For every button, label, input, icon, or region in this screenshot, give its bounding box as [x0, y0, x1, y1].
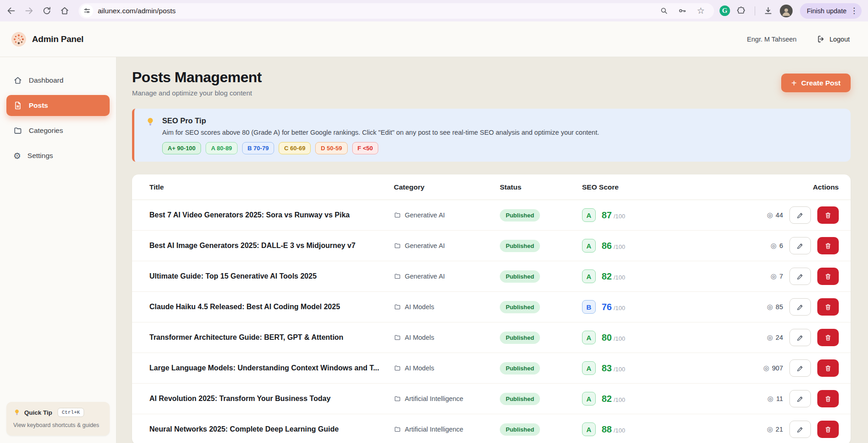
edit-button[interactable] — [789, 206, 811, 224]
post-actions-cell: ◎ 11 — [733, 390, 839, 407]
post-title: Neural Networks 2025: Complete Deep Lear… — [149, 425, 394, 433]
score-grade-badge: A — [582, 422, 596, 436]
trash-icon — [824, 395, 832, 403]
pencil-icon — [796, 211, 804, 219]
forward-icon[interactable] — [21, 2, 37, 19]
table-row: Best 7 AI Video Generators 2025: Sora vs… — [132, 200, 851, 231]
screen: ailunex.com/admin/posts ☆ G Finish — [0, 0, 868, 443]
profile-avatar[interactable] — [780, 5, 793, 17]
passwords-key-icon[interactable] — [676, 4, 689, 18]
logout-label: Logout — [830, 36, 850, 43]
folder-icon — [394, 303, 401, 311]
delete-button[interactable] — [817, 298, 839, 316]
views-value: 11 — [776, 395, 783, 402]
post-actions-cell: ◎ 44 — [733, 206, 839, 224]
delete-button[interactable] — [817, 421, 839, 438]
post-title: Best AI Image Generators 2025: DALL-E 3 … — [149, 242, 394, 250]
grade-badge-f: F <50 — [352, 142, 379, 154]
quick-tip-card[interactable]: Quick Tip Ctrl+K View keyboard shortcuts… — [6, 402, 110, 436]
grade-badge-c: C 60-69 — [279, 142, 311, 154]
header-right: Engr. M Tahseen Logout — [747, 35, 850, 43]
site-info-icon[interactable] — [80, 5, 93, 17]
sidebar-item-categories[interactable]: Categories — [6, 120, 110, 141]
status-badge: Published — [500, 393, 540, 405]
trash-icon — [824, 273, 832, 280]
edit-button[interactable] — [789, 268, 811, 285]
table-row: Ultimate Guide: Top 15 Generative AI Too… — [132, 261, 851, 292]
edit-button[interactable] — [789, 237, 811, 254]
edit-button[interactable] — [789, 421, 811, 438]
seo-tip-description: Aim for SEO scores above 80 (Grade A) fo… — [162, 129, 599, 136]
posts-table: Title Category Status SEO Score Actions … — [132, 174, 851, 443]
download-icon[interactable] — [762, 4, 775, 18]
lightbulb-icon — [145, 117, 155, 127]
views-eye-icon: ◎ — [767, 334, 773, 341]
score-grade-badge: A — [582, 392, 596, 406]
url-text[interactable]: ailunex.com/admin/posts — [98, 7, 176, 15]
edit-button[interactable] — [789, 298, 811, 316]
status-badge: Published — [500, 240, 540, 252]
category-label: Generative AI — [405, 211, 445, 219]
delete-button[interactable] — [817, 329, 839, 346]
score-max: /100 — [614, 243, 625, 250]
post-category: AI Models — [394, 364, 500, 372]
sidebar-item-posts[interactable]: Posts — [6, 95, 110, 116]
url-bar[interactable]: ailunex.com/admin/posts ☆ — [79, 3, 714, 19]
seo-score-cell: A 86 /100 — [582, 239, 733, 253]
views-counter: ◎ 24 — [767, 334, 783, 341]
post-actions-cell: ◎ 6 — [733, 237, 839, 254]
delete-button[interactable] — [817, 390, 839, 407]
category-label: AI Models — [405, 334, 434, 341]
search-icon[interactable] — [657, 4, 671, 18]
sidebar-item-settings[interactable]: ⚙ Settings — [6, 145, 110, 166]
sidebar: Dashboard Posts Categories ⚙ Settings — [0, 57, 116, 443]
delete-button[interactable] — [817, 237, 839, 254]
column-status: Status — [500, 183, 582, 191]
pencil-icon — [796, 303, 804, 311]
views-eye-icon: ◎ — [767, 396, 773, 402]
edit-button[interactable] — [789, 329, 811, 346]
edit-button[interactable] — [789, 390, 811, 407]
brand: Admin Panel — [11, 32, 84, 47]
views-eye-icon: ◎ — [767, 212, 773, 219]
create-post-button[interactable]: + Create Post — [781, 74, 851, 92]
delete-button[interactable] — [817, 268, 839, 285]
post-status-cell: Published — [500, 362, 582, 374]
table-body: Best 7 AI Video Generators 2025: Sora vs… — [132, 200, 851, 443]
trash-icon — [824, 211, 832, 219]
column-title: Title — [149, 183, 394, 191]
sidebar-item-label: Posts — [29, 101, 48, 110]
category-label: Artificial Intelligence — [405, 395, 463, 402]
status-badge: Published — [500, 270, 540, 283]
post-actions-cell: ◎ 7 — [733, 268, 839, 285]
delete-button[interactable] — [817, 206, 839, 224]
post-title: Claude Haiku 4.5 Released: Best AI Codin… — [149, 303, 394, 311]
app-logo-icon — [11, 32, 26, 47]
views-value: 24 — [776, 334, 783, 341]
edit-button[interactable] — [789, 359, 811, 377]
back-icon[interactable] — [3, 2, 20, 19]
grade-badge-b: B 70-79 — [242, 142, 274, 154]
seo-tip-title: SEO Pro Tip — [162, 116, 599, 125]
category-label: AI Models — [405, 303, 434, 311]
grade-badge-a: A 80-89 — [206, 142, 238, 154]
bookmark-star-icon[interactable]: ☆ — [694, 4, 708, 18]
post-category: AI Models — [394, 334, 500, 341]
delete-button[interactable] — [817, 359, 839, 377]
pencil-icon — [796, 364, 804, 372]
grammarly-icon[interactable]: G — [720, 5, 730, 16]
extensions-puzzle-icon[interactable] — [735, 4, 748, 18]
status-badge: Published — [500, 362, 540, 374]
home-icon — [13, 76, 22, 85]
folder-icon — [394, 364, 401, 372]
views-value: 44 — [776, 211, 783, 219]
browser-menu-icon[interactable]: ⋮ — [850, 7, 858, 15]
finish-update-button[interactable]: Finish update ⋮ — [800, 3, 862, 19]
home-icon[interactable] — [56, 2, 73, 19]
pencil-icon — [796, 242, 804, 250]
reload-icon[interactable] — [38, 2, 55, 19]
logout-button[interactable]: Logout — [817, 35, 850, 43]
app-header: Admin Panel Engr. M Tahseen Logout — [0, 21, 868, 57]
trash-icon — [824, 334, 832, 342]
sidebar-item-dashboard[interactable]: Dashboard — [6, 70, 110, 91]
